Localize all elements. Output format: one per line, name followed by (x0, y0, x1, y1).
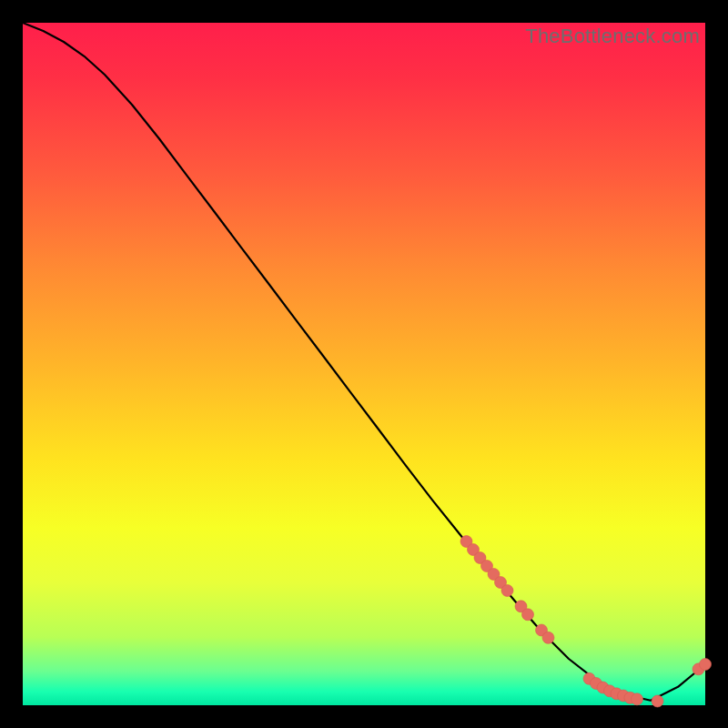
sample-point (522, 609, 534, 621)
sample-point (652, 695, 663, 707)
chart-overlay (23, 23, 705, 705)
sample-point (542, 632, 554, 643)
chart-stage: TheBottleneck.com (0, 0, 728, 728)
sample-point (700, 659, 712, 671)
bottleneck-curve (23, 23, 705, 701)
sample-point (501, 585, 513, 597)
sample-point (632, 693, 643, 705)
sample-points-group (460, 536, 712, 708)
plot-area: TheBottleneck.com (23, 23, 705, 705)
